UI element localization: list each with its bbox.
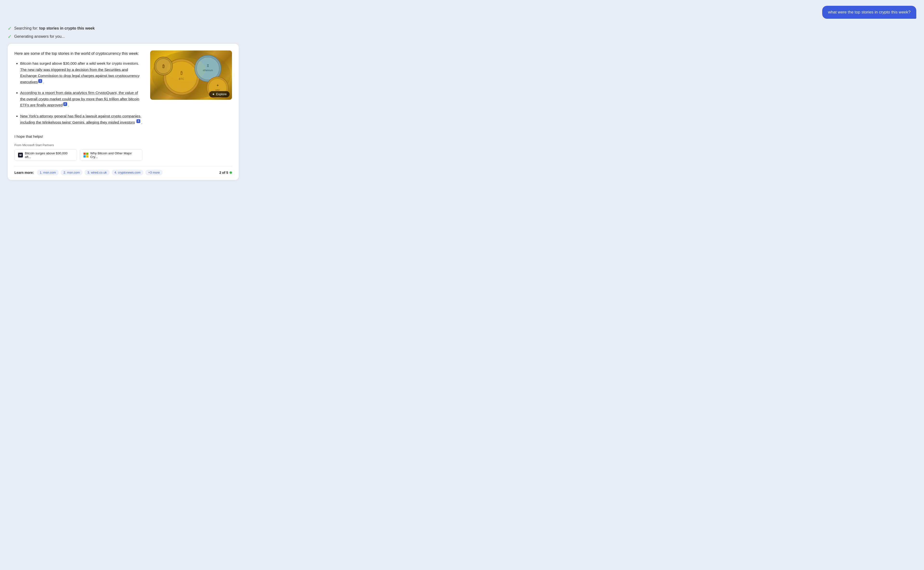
source-card-1-label: Bitcoin surges above $30,000 aft...: [25, 152, 74, 159]
bullet1-plain: Bitcoin has surged above $30,000 after a…: [20, 61, 139, 65]
svg-text:Ξ: Ξ: [207, 64, 209, 67]
bullet2-link[interactable]: According to a report from data analytic…: [20, 90, 139, 107]
learn-more-row: Learn more: 1. msn.com 2. msn.com 3. wir…: [14, 166, 232, 175]
closing-text: I hope that helps!: [14, 134, 232, 139]
generating-status-text: Generating answers for you...: [14, 34, 65, 39]
search-term: top stories in crypto this week: [39, 26, 95, 30]
list-item-3: New York's attorney general has filed a …: [20, 113, 143, 125]
check-icon: ✓: [8, 26, 12, 31]
answer-intro: Here are some of the top stories in the …: [14, 51, 143, 57]
explore-label: Explore: [216, 92, 227, 96]
msn-icon-1: M: [18, 153, 23, 158]
learn-link-3[interactable]: 3. wired.co.uk: [85, 170, 109, 175]
list-item-1: Bitcoin has surged above $30,000 after a…: [20, 60, 143, 85]
learn-link-1[interactable]: 1. msn.com: [37, 170, 59, 175]
user-bubble: what were the top stories in crypto this…: [822, 6, 916, 19]
source-card-2-label: Why Bitcoin and Other Major Cry...: [90, 152, 139, 159]
page-indicator: 2 of 5: [219, 171, 232, 175]
source-cards-row: M Bitcoin surges above $30,000 aft... Wh…: [14, 149, 232, 161]
svg-point-16: [167, 58, 206, 82]
from-label: From Microsoft Start Partners: [14, 144, 232, 147]
cite-3[interactable]: 3: [137, 119, 140, 123]
generating-status-row: ✓ Generating answers for you...: [8, 34, 916, 40]
search-status-text: Searching for: top stories in crypto thi…: [14, 26, 95, 31]
sparkle-icon: ✦: [212, 92, 215, 96]
bullet3-link[interactable]: New York's attorney general has filed a …: [20, 114, 141, 124]
svg-text:✦: ✦: [216, 84, 219, 87]
learn-more-label: Learn more:: [14, 171, 34, 175]
user-query-text: what were the top stories in crypto this…: [828, 10, 910, 14]
source-card-1[interactable]: M Bitcoin surges above $30,000 aft...: [14, 149, 77, 161]
answer-card: Here are some of the top stories in the …: [8, 44, 239, 180]
status-dot: [229, 172, 232, 174]
check-icon-2: ✓: [8, 34, 12, 40]
user-message-row: what were the top stories in crypto this…: [8, 6, 916, 19]
explore-button[interactable]: ✦ Explore: [209, 91, 229, 97]
search-status-row: ✓ Searching for: top stories in crypto t…: [8, 26, 916, 31]
page-text: 2 of 5: [219, 171, 228, 175]
microsoft-icon: [83, 153, 88, 158]
source-card-2[interactable]: Why Bitcoin and Other Major Cry...: [80, 149, 143, 161]
svg-text:₿: ₿: [162, 64, 165, 69]
learn-more-button[interactable]: +3 more: [145, 170, 163, 175]
answer-text-section: Here are some of the top stories in the …: [14, 51, 143, 130]
cite-1[interactable]: 1: [38, 79, 42, 83]
answer-list: Bitcoin has surged above $30,000 after a…: [14, 60, 143, 125]
learn-link-2[interactable]: 2. msn.com: [61, 170, 83, 175]
cite-2[interactable]: 2: [63, 102, 67, 106]
crypto-image-container: ₿ BTC Ξ ethereum ✦ XRP ₿: [150, 51, 232, 100]
answer-top-section: Here are some of the top stories in the …: [14, 51, 232, 130]
list-item-2: According to a report from data analytic…: [20, 90, 143, 108]
learn-link-4[interactable]: 4. cryptonews.com: [112, 170, 143, 175]
